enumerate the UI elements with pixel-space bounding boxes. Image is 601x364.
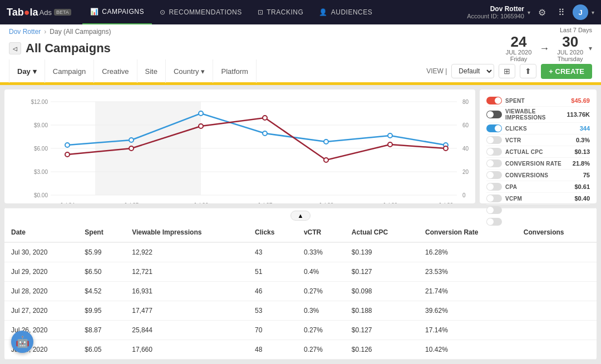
top-navigation: Tab●la Ads BETA 📊 CAMPAIGNS ⊙ RECOMMENDA…: [0, 0, 601, 24]
col-header-impressions[interactable]: Viewable Impressions: [125, 223, 248, 242]
date-start[interactable]: 24 JUL 2020 Friday: [506, 34, 532, 62]
page-title-row: ◁ All Campaigns: [9, 38, 592, 60]
svg-text:$3.00: $3.00: [34, 169, 48, 175]
cell-spent: $4.52: [78, 282, 125, 301]
cell-vctr: 0.27%: [297, 321, 345, 340]
nav-audiences-label: AUDIENCES: [331, 8, 373, 16]
cell-conv-rate: 10.42%: [418, 340, 517, 360]
svg-text:80: 80: [462, 99, 469, 105]
nav-campaigns[interactable]: 📊 CAMPAIGNS: [82, 0, 152, 24]
filter-tab-campaign[interactable]: Campaign: [45, 59, 94, 83]
legend-name-cpa: CPA: [505, 184, 517, 190]
cell-conv-rate: 17.14%: [418, 321, 517, 340]
table-row: Jul 28, 2020 $4.52 16,931 46 0.27% $0.09…: [4, 282, 597, 301]
toggle-clicks[interactable]: [486, 124, 502, 132]
svg-text:Jul 29: Jul 29: [383, 202, 398, 203]
cell-conversions: [517, 262, 597, 282]
toggle-value[interactable]: [486, 206, 502, 214]
filter-tab-country[interactable]: Country ▾: [166, 59, 214, 83]
filter-tab-campaign-label: Campaign: [53, 67, 86, 76]
filter-tab-day-dropdown-icon: ▾: [33, 67, 37, 76]
create-button[interactable]: + CREATE: [541, 64, 592, 79]
svg-text:0: 0: [462, 192, 466, 198]
nav-audiences[interactable]: 👤 AUDIENCES: [311, 0, 380, 24]
toggle-vctr[interactable]: [486, 136, 502, 144]
table-collapse-bar: ▲: [4, 208, 597, 223]
filter-tab-site[interactable]: Site: [137, 59, 166, 83]
col-header-cpc[interactable]: Actual CPC: [345, 223, 418, 242]
filter-tab-country-dropdown-icon: ▾: [201, 67, 205, 76]
col-header-date[interactable]: Date: [4, 223, 78, 242]
col-header-conversions[interactable]: Conversions: [517, 223, 597, 242]
cell-impressions: 12,922: [125, 242, 248, 262]
logo[interactable]: Tab●la Ads BETA: [7, 7, 71, 18]
filter-tab-day[interactable]: Day ▾: [9, 59, 45, 83]
toggle-spent[interactable]: [486, 97, 502, 104]
grid-button[interactable]: ⠿: [554, 5, 569, 20]
cell-cpc: $0.127: [345, 262, 418, 282]
legend-name-conversions: CONVERSIONS: [505, 172, 548, 178]
breadcrumb-section: Dov Rotter › Day (All Campaigns) Last 7 …: [0, 24, 601, 85]
cell-cpc: $0.188: [345, 301, 418, 321]
filter-tab-platform-label: Platform: [221, 67, 248, 76]
avatar[interactable]: J: [573, 4, 588, 20]
svg-text:Jul 30: Jul 30: [439, 202, 454, 203]
settings-button[interactable]: ⚙: [534, 5, 550, 20]
svg-text:Jul 24: Jul 24: [60, 202, 75, 203]
toggle-actual-cpc[interactable]: [486, 148, 502, 156]
account-dropdown-icon[interactable]: ▾: [528, 9, 530, 16]
cell-cpc: $0.127: [345, 321, 418, 340]
legend-name-vctr: VCTR: [505, 137, 521, 143]
cell-impressions: 17,477: [125, 301, 248, 321]
col-header-spent[interactable]: Spent: [78, 223, 125, 242]
filter-icon-button[interactable]: ⊞: [499, 64, 515, 78]
cell-impressions: 17,660: [125, 340, 248, 360]
toggle-vcpm[interactable]: [486, 195, 502, 202]
svg-point-36: [444, 146, 448, 151]
nav-recommendations[interactable]: ⊙ RECOMMENDATIONS: [152, 0, 250, 24]
date-end[interactable]: 30 JUL 2020 Thursday: [557, 34, 583, 62]
svg-text:Jul 25: Jul 25: [124, 202, 139, 203]
breadcrumb-parent[interactable]: Dov Rotter: [9, 28, 41, 36]
svg-text:$12.00: $12.00: [31, 99, 48, 105]
date-range-dropdown-icon[interactable]: ▾: [589, 44, 592, 52]
cell-clicks: 48: [248, 340, 297, 360]
main-content: $12.00 $9.00 $6.00 $3.00 $0.00 80 60 40 …: [0, 85, 601, 364]
col-header-conv-rate[interactable]: Conversion Rate: [418, 223, 517, 242]
account-info[interactable]: Dov Rotter Account ID: 1065940: [467, 5, 524, 19]
table-row: Jul 30, 2020 $5.99 12,922 43 0.33% $0.13…: [4, 242, 597, 262]
date-range-arrow: →: [539, 43, 549, 54]
filter-tab-platform[interactable]: Platform: [213, 59, 256, 83]
toggle-conversions[interactable]: [486, 171, 502, 179]
cell-spent: $5.99: [78, 242, 125, 262]
cell-date: Jul 28, 2020: [4, 282, 78, 301]
cell-cpc: $0.098: [345, 282, 418, 301]
cell-cpc: $0.126: [345, 340, 418, 360]
table-row: Jul 27, 2020 $9.95 17,477 53 0.3% $0.188…: [4, 301, 597, 321]
collapse-chart-button[interactable]: ▲: [290, 211, 311, 221]
cell-clicks: 43: [248, 242, 297, 262]
cell-conv-rate: 16.28%: [418, 242, 517, 262]
cell-vctr: 0.33%: [297, 242, 345, 262]
col-header-vctr[interactable]: vCTR: [297, 223, 345, 242]
col-header-clicks[interactable]: Clicks: [248, 223, 297, 242]
sidebar-toggle-button[interactable]: ◁: [9, 42, 21, 54]
date-end-dow: Thursday: [557, 56, 583, 62]
view-label: VIEW |: [426, 67, 447, 75]
legend-row-clicks: CLICKS 344: [486, 123, 590, 134]
toggle-conversion-rate[interactable]: [486, 159, 502, 167]
nav-tracking[interactable]: ⊡ TRACKING: [250, 0, 312, 24]
filter-tab-creative[interactable]: Creative: [94, 59, 137, 83]
avatar-dropdown-icon[interactable]: ▾: [592, 9, 594, 16]
legend-row-vcpm: VCPM $0.40: [486, 193, 590, 205]
filter-tab-site-label: Site: [145, 67, 157, 76]
legend-value-cpa: $0.61: [574, 183, 590, 190]
svg-text:$9.00: $9.00: [34, 122, 48, 128]
account-id: Account ID: 1065940: [467, 13, 524, 19]
export-icon-button[interactable]: ⬆: [520, 64, 536, 78]
toggle-roas[interactable]: [486, 218, 502, 226]
toggle-viewable-impressions[interactable]: [486, 111, 502, 118]
view-select[interactable]: Default: [451, 64, 494, 78]
toggle-cpa[interactable]: [486, 183, 502, 191]
chatbot-button[interactable]: 🤖: [11, 331, 33, 353]
